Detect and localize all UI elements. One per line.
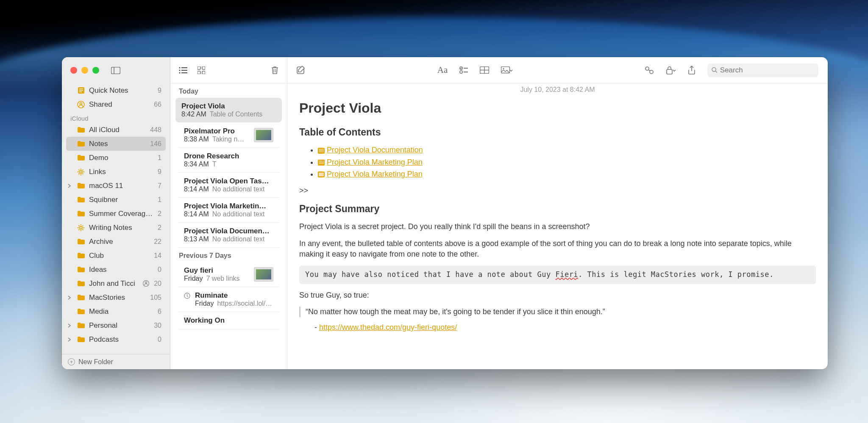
sidebar-list: Quick Notes9Shared66iCloudAll iCloud448N… [62, 83, 170, 354]
summary-heading: Project Summary [299, 202, 816, 216]
folder-icon [77, 280, 85, 287]
svg-point-13 [179, 69, 180, 71]
chevron-marker: >> [299, 185, 816, 196]
sidebar-item-label: Quick Notes [89, 86, 154, 95]
svg-rect-21 [202, 71, 205, 74]
sidebar-item-count: 30 [154, 322, 161, 329]
note-item-snippet: https://social.lol/@… [217, 300, 273, 307]
search-input[interactable] [720, 66, 814, 75]
checklist-icon[interactable] [459, 66, 468, 74]
sidebar-item-john-and-ticci[interactable]: John and Ticci20 [66, 276, 166, 290]
note-item-time: Friday [184, 275, 203, 282]
table-icon[interactable] [480, 66, 489, 74]
p3: So true Guy, so true: [299, 290, 816, 301]
toc-link[interactable]: Project Viola Documentation [327, 146, 423, 154]
sidebar-item-quick-notes[interactable]: Quick Notes9 [66, 83, 166, 97]
sidebar-item-count: 1 [158, 154, 161, 162]
svg-rect-0 [111, 67, 120, 74]
toc-link[interactable]: Project Viola Marketing Plan [327, 170, 423, 178]
trash-icon[interactable] [271, 66, 278, 75]
disclosure-chevron[interactable] [68, 337, 73, 342]
note-list-item[interactable]: Project Viola8:42 AMTable of Contents [175, 98, 282, 122]
sidebar-item-label: macOS 11 [89, 182, 154, 190]
disclosure-chevron[interactable] [68, 184, 73, 188]
svg-rect-20 [198, 71, 200, 74]
note-list-item[interactable]: Project Viola Documen…8:13 AMNo addition… [178, 223, 279, 248]
note-thumbnail [254, 128, 273, 142]
note-item-title: Project Viola Marketin… [184, 202, 273, 210]
sidebar-item-count: 22 [154, 238, 161, 246]
grid-view-icon[interactable] [198, 66, 205, 74]
sidebar-item-archive[interactable]: Archive22 [66, 235, 166, 249]
svg-line-37 [648, 70, 650, 71]
sidebar-section-header: iCloud [66, 111, 166, 123]
summary-p2: In any event, the bulleted table of cont… [299, 238, 816, 260]
format-icon[interactable]: Aa [437, 65, 448, 75]
media-icon[interactable] [501, 66, 513, 74]
share-icon[interactable] [688, 66, 696, 75]
note-item-snippet: 7 web links [206, 275, 239, 282]
compose-icon[interactable] [297, 66, 306, 75]
sidebar-item-personal[interactable]: Personal30 [66, 318, 166, 332]
folder-icon [77, 127, 85, 133]
window-titlebar [62, 57, 170, 83]
sidebar-item-links[interactable]: Links9 [66, 165, 166, 179]
sidebar-item-label: Ideas [89, 265, 154, 274]
sidebar-item-squibner[interactable]: Squibner1 [66, 193, 166, 207]
shared-icon [77, 101, 85, 108]
sidebar-item-ideas[interactable]: Ideas0 [66, 263, 166, 276]
minimize-button[interactable] [81, 67, 88, 74]
sidebar-item-media[interactable]: Media6 [66, 304, 166, 318]
new-folder-button[interactable]: + New Folder [62, 354, 170, 369]
notes-section-header: Today [175, 83, 282, 98]
search-icon [712, 67, 718, 73]
sidebar-item-macstories[interactable]: MacStories105 [66, 290, 166, 304]
editor-toolbar: Aa [287, 57, 828, 83]
note-link-icon [318, 160, 325, 166]
disclosure-chevron[interactable] [68, 296, 73, 300]
note-item-title: Project Viola Open Tas… [184, 177, 273, 185]
sidebar-item-shared[interactable]: Shared66 [66, 97, 166, 111]
sidebar-item-notes[interactable]: Notes146 [66, 137, 166, 151]
disclosure-chevron[interactable] [68, 323, 73, 328]
note-list-item[interactable]: Working On [178, 312, 279, 329]
shared-badge-icon [142, 280, 150, 287]
lock-icon[interactable] [666, 66, 676, 75]
note-item-time: 8:38 AM [184, 135, 209, 143]
sidebar-item-label: Demo [89, 154, 154, 162]
code-squiggle: Fieri [555, 270, 578, 279]
sidebar-item-summer-coverage-[interactable]: Summer Coverage…2 [66, 207, 166, 221]
toggle-sidebar-icon[interactable] [111, 67, 120, 74]
sidebar-item-club[interactable]: Club14 [66, 249, 166, 263]
note-list-item[interactable]: Pixelmator Pro8:38 AMTaking n… [178, 123, 279, 148]
sidebar-item-writing-notes[interactable]: Writing Notes2 [66, 221, 166, 235]
note-item-snippet: Taking n… [212, 135, 245, 143]
sidebar-item-count: 2 [158, 224, 161, 232]
sidebar-item-label: Notes [89, 140, 146, 148]
link-note-icon[interactable] [645, 66, 654, 75]
sidebar-item-all-icloud[interactable]: All iCloud448 [66, 123, 166, 137]
source-link[interactable]: https://www.thedad.com/guy-fieri-quotes/ [319, 323, 457, 332]
code-block: You may have also noticed that I have a … [299, 265, 816, 284]
note-list-item[interactable]: Project Viola Open Tas…8:14 AMNo additio… [178, 173, 279, 198]
list-view-icon[interactable] [179, 67, 187, 74]
note-list-item[interactable]: RuminateFridayhttps://social.lol/@… [178, 287, 279, 312]
sidebar-item-count: 20 [154, 280, 161, 288]
editor-body[interactable]: July 10, 2023 at 8:42 AM Project Viola T… [287, 83, 828, 369]
folder-icon [77, 155, 85, 161]
note-item-title: Drone Research [184, 152, 273, 160]
note-list-item[interactable]: Guy fieriFriday7 web links [178, 262, 279, 287]
search-box[interactable] [707, 64, 818, 77]
zoom-button[interactable] [92, 67, 99, 74]
sidebar-item-podcasts[interactable]: Podcasts0 [66, 332, 166, 346]
folder-icon [77, 210, 85, 217]
sidebar-item-demo[interactable]: Demo1 [66, 151, 166, 165]
sidebar-item-label: Squibner [89, 196, 154, 204]
close-button[interactable] [70, 67, 77, 74]
note-list-item[interactable]: Drone Research8:34 AMT [178, 148, 279, 173]
toc-link[interactable]: Project Viola Marketing Plan [327, 158, 423, 166]
svg-rect-18 [198, 66, 200, 69]
note-list-item[interactable]: Project Viola Marketin…8:14 AMNo additio… [178, 198, 279, 223]
folder-icon [77, 141, 85, 147]
sidebar-item-macos-11[interactable]: macOS 117 [66, 179, 166, 193]
